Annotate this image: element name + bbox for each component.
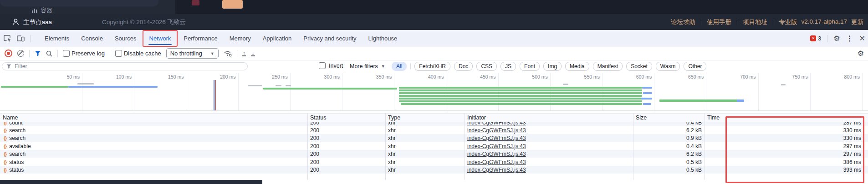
chip-other[interactable]: Other — [684, 62, 706, 71]
error-badge[interactable]: ✕ 3 — [810, 35, 821, 42]
size-cell: 0.5 kB — [546, 159, 702, 165]
request-name: available — [9, 143, 31, 149]
waterfall-bar — [781, 84, 786, 85]
column-header-name[interactable]: Name — [3, 114, 18, 121]
tab-network[interactable]: Network — [143, 30, 178, 47]
filter-funnel-icon[interactable] — [35, 50, 41, 56]
tabbar-right-controls: ✕ 3 ⚙ ⋮ ✕ — [810, 30, 865, 47]
kebab-menu-icon[interactable]: ⋮ — [846, 35, 853, 42]
export-har-icon[interactable]: ↑ — [242, 50, 246, 56]
waterfall-bar — [401, 103, 642, 105]
initiator-link[interactable]: index-CgGWFmSJ.js:43 — [467, 159, 526, 165]
name-cell: {}search — [4, 151, 26, 157]
network-conditions-icon[interactable] — [224, 50, 232, 57]
waterfall-overview[interactable]: 50 ms100 ms150 ms200 ms250 ms300 ms350 m… — [0, 73, 868, 111]
ruler-tick-label: 300 ms — [301, 74, 340, 80]
invert-group: Invert — [319, 62, 343, 69]
more-filters-button[interactable]: More filters ▼ — [350, 63, 385, 70]
filter-placeholder: Filter — [15, 63, 27, 70]
sidebar-card — [0, 0, 158, 6]
close-devtools-icon[interactable]: ✕ — [859, 35, 865, 42]
tab-privacy-and-security[interactable]: Privacy and security — [297, 30, 362, 47]
waterfall-bar — [399, 87, 642, 89]
filter-input[interactable]: Filter — [2, 62, 248, 70]
initiator-link[interactable]: index-CgGWFmSJ.js:43 — [467, 167, 526, 173]
xhr-icon: {} — [4, 128, 6, 133]
column-border — [705, 113, 705, 180]
chip-socket[interactable]: Socket — [626, 62, 652, 71]
column-header-time[interactable]: Time — [707, 114, 720, 121]
ruler-tick-label: 800 ms — [822, 74, 860, 80]
ruler-tick-label: 150 ms — [145, 74, 184, 80]
inspect-element-icon[interactable] — [4, 35, 11, 42]
chip-wasm[interactable]: Wasm — [656, 62, 680, 71]
chip-js[interactable]: JS — [500, 62, 516, 71]
sidebar-item-clipped[interactable]: 容器 — [32, 6, 52, 15]
initiator-link[interactable]: index-CgGWFmSJ.js:43 — [467, 143, 526, 149]
initiator-link[interactable]: index-CgGWFmSJ.js:43 — [467, 151, 526, 157]
chip-manifest[interactable]: Manifest — [593, 62, 623, 71]
request-type-chips: AllFetch/XHRDocCSSJSFontImgMediaManifest… — [392, 62, 706, 71]
user-name[interactable]: 主节点aaa — [23, 18, 52, 26]
waterfall-bar — [399, 100, 642, 102]
tab-memory[interactable]: Memory — [224, 30, 257, 47]
disable-cache-checkbox[interactable] — [115, 50, 122, 57]
network-settings-gear-icon[interactable]: ⚙ — [858, 50, 864, 57]
tab-performance[interactable]: Performance — [178, 30, 223, 47]
xhr-icon: {} — [4, 122, 6, 125]
column-header-size[interactable]: Size — [636, 114, 647, 121]
chip-font[interactable]: Font — [520, 62, 540, 71]
update-link[interactable]: 更新 — [851, 18, 863, 26]
chip-img[interactable]: Img — [543, 62, 562, 71]
settings-gear-icon[interactable]: ⚙ — [833, 35, 840, 42]
tab-elements[interactable]: Elements — [39, 30, 75, 47]
divider — [701, 19, 701, 25]
clear-button[interactable] — [17, 50, 24, 57]
ruler-gridline — [394, 73, 394, 110]
waterfall-bar — [659, 99, 738, 102]
disable-cache-group: Disable cache — [115, 50, 161, 57]
tab-sources[interactable]: Sources — [109, 30, 143, 47]
initiator-link[interactable]: index-CgGWFmSJ.js:43 — [467, 135, 526, 141]
clipped-orange-button[interactable] — [222, 0, 243, 9]
xhr-icon: {} — [4, 135, 6, 141]
ruler-gridline — [758, 73, 759, 110]
ruler-tick-label: 250 ms — [250, 74, 288, 80]
column-header-type[interactable]: Type — [388, 114, 400, 121]
invert-checkbox[interactable] — [319, 62, 326, 69]
network-filterbar: Filter Invert More filters ▼ AllFetch/XH… — [0, 60, 868, 73]
chip-css[interactable]: CSS — [476, 62, 497, 71]
initiator-link[interactable]: index-CgGWFmSJ.js:43 — [467, 122, 526, 126]
nav-link-project[interactable]: 项目地址 — [743, 18, 767, 26]
tabbar-left-icons — [0, 30, 35, 47]
nav-link-manual[interactable]: 使用手册 — [707, 18, 731, 26]
sidebar-panel: 容器 — [0, 0, 175, 14]
tab-console[interactable]: Console — [75, 30, 109, 47]
chip-media[interactable]: Media — [565, 62, 589, 71]
search-icon[interactable] — [46, 50, 52, 57]
chip-all[interactable]: All — [392, 62, 407, 71]
type-cell: xhr — [388, 159, 396, 165]
tab-lighthouse[interactable]: Lighthouse — [363, 30, 403, 47]
column-border — [465, 113, 465, 180]
device-toolbar-icon[interactable] — [17, 35, 25, 42]
record-button[interactable] — [5, 50, 12, 57]
chip-doc[interactable]: Doc — [454, 62, 473, 71]
ruler-gridline — [654, 73, 654, 110]
initiator-link[interactable]: index-CgGWFmSJ.js:43 — [467, 127, 526, 134]
waterfall-bar — [263, 88, 397, 90]
size-cell: 0.9 kB — [546, 135, 702, 141]
type-cell: xhr — [388, 122, 396, 126]
preserve-log-checkbox[interactable] — [63, 50, 70, 57]
waterfall-bar — [399, 95, 642, 97]
waterfall-bar — [643, 92, 652, 94]
column-header-initiator[interactable]: Initiator — [467, 114, 486, 121]
import-har-icon[interactable]: ↓ — [251, 50, 255, 56]
throttling-select[interactable]: No throttling ▼ — [166, 48, 219, 59]
nav-link-forum[interactable]: 论坛求助 — [671, 18, 695, 26]
chip-fetch-xhr[interactable]: Fetch/XHR — [414, 62, 450, 71]
tab-application[interactable]: Application — [257, 30, 298, 47]
column-header-status[interactable]: Status — [310, 114, 326, 121]
status-cell: 200 — [310, 151, 319, 157]
ruler-tick-label: 50 ms — [41, 74, 80, 80]
